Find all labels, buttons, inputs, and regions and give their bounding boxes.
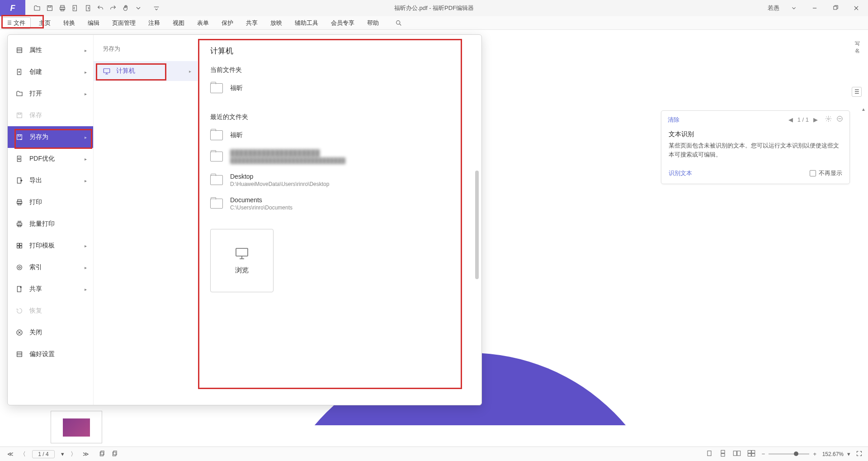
close-file-icon: [16, 329, 24, 336]
folder-item[interactable]: DesktopD:\HuaweiMoveData\Users\rinro\Des…: [210, 168, 469, 192]
menu-home[interactable]: 主页: [33, 16, 57, 29]
menu-page-manage[interactable]: 页面管理: [106, 16, 142, 29]
menu-vip[interactable]: 会员专享: [325, 16, 361, 29]
save-icon[interactable]: [43, 2, 56, 14]
view-single-icon[interactable]: [705, 449, 714, 459]
menu-share-file[interactable]: 共享▸: [8, 278, 93, 300]
index-icon: [16, 264, 24, 271]
maximize-button[interactable]: [826, 2, 844, 14]
page-dropdown-icon[interactable]: ▾: [59, 450, 66, 458]
save-disk-icon: [16, 112, 24, 119]
recognize-text-link[interactable]: 识别文本: [669, 169, 692, 177]
search-icon[interactable]: [389, 16, 409, 29]
folder-icon: [210, 83, 223, 93]
menu-present[interactable]: 放映: [264, 16, 288, 29]
window-title: 福昕办公.pdf - 福昕PDF编辑器: [394, 4, 474, 12]
print-icon[interactable]: [56, 2, 69, 14]
folder-item[interactable]: 福昕: [210, 79, 469, 98]
rotate-page-icon[interactable]: [110, 449, 120, 459]
page-prev-icon[interactable]: [69, 2, 81, 14]
last-page-icon[interactable]: ≫: [81, 450, 91, 458]
scroll-up-icon[interactable]: ▲: [861, 107, 866, 112]
folder-item[interactable]: 福昕: [210, 126, 469, 145]
folder-item[interactable]: ████████████████████████████████████████…: [210, 145, 469, 168]
chevron-right-icon: ▸: [85, 135, 87, 140]
menu-convert[interactable]: 转换: [57, 16, 81, 29]
chevron-down-icon[interactable]: [132, 2, 145, 14]
scrollbar-thumb[interactable]: [475, 171, 479, 279]
svg-rect-31: [17, 352, 22, 357]
menu-share[interactable]: 共享: [240, 16, 264, 29]
file-menu-button[interactable]: 文件: [2, 17, 31, 29]
view-facing-continuous-icon[interactable]: [746, 449, 756, 459]
menu-form[interactable]: 表单: [191, 16, 215, 29]
menu-batch-print[interactable]: 批量打印: [8, 213, 93, 235]
panel-toggle-icon[interactable]: ☰: [852, 87, 862, 97]
next-icon[interactable]: ▶: [812, 115, 819, 124]
recent-folders-label: 最近的文件夹: [210, 113, 469, 121]
file-menu-col2: 另存为 计算机 ▸: [94, 35, 198, 405]
page-next-icon[interactable]: [81, 2, 94, 14]
zoom-in-icon[interactable]: +: [812, 450, 817, 458]
first-page-icon[interactable]: ≪: [5, 450, 15, 458]
fullscreen-icon[interactable]: [856, 450, 863, 458]
clear-link[interactable]: 清除: [668, 116, 679, 124]
svg-rect-6: [86, 5, 90, 11]
browse-button[interactable]: 浏览: [210, 229, 274, 292]
dont-show-checkbox[interactable]: 不再显示: [810, 169, 842, 177]
zoom-dropdown-icon[interactable]: ▾: [846, 450, 851, 458]
menu-save-as[interactable]: 另存为▸: [8, 126, 93, 148]
hand-icon[interactable]: [119, 2, 132, 14]
saveas-computer[interactable]: 计算机 ▸: [94, 61, 198, 81]
zoom-slider-knob[interactable]: [794, 451, 798, 456]
menu-comment[interactable]: 注释: [142, 16, 166, 29]
menu-print-template[interactable]: 打印模板▸: [8, 235, 93, 257]
menu-close-file[interactable]: 关闭: [8, 322, 93, 343]
menu-export[interactable]: 导出▸: [8, 170, 93, 191]
copy-page-icon[interactable]: [97, 449, 107, 459]
minimize-button[interactable]: [806, 2, 824, 14]
menu-properties[interactable]: 属性▸: [8, 39, 93, 61]
close-button[interactable]: [847, 2, 865, 14]
main-scrollbar[interactable]: ▲: [861, 107, 866, 443]
page-input[interactable]: 1 / 4: [32, 450, 55, 458]
col3-header: 计算机: [210, 46, 469, 56]
prev-icon[interactable]: ◀: [788, 115, 794, 124]
view-continuous-icon[interactable]: [718, 449, 727, 459]
menu-index[interactable]: 索引▸: [8, 257, 93, 278]
next-page-icon[interactable]: 〉: [69, 449, 78, 459]
zoom-out-icon[interactable]: −: [761, 450, 766, 458]
menu-preferences[interactable]: 偏好设置: [8, 343, 93, 365]
preferences-icon: [16, 351, 24, 358]
menu-edit[interactable]: 编辑: [81, 16, 106, 29]
checkbox-icon: [810, 170, 816, 176]
template-icon: [16, 242, 24, 249]
view-facing-icon[interactable]: [732, 449, 742, 459]
svg-rect-42: [721, 454, 725, 456]
menu-view[interactable]: 视图: [166, 16, 191, 29]
minus-circle-icon[interactable]: [836, 115, 843, 124]
monitor-icon: [235, 247, 249, 260]
undo-icon[interactable]: [94, 2, 107, 14]
ocr-body: 文本识别 某些页面包含未被识别的文本。您可以运行文本识别以便使这些文本可搜索或可…: [661, 128, 849, 166]
redo-icon[interactable]: [107, 2, 119, 14]
menu-open[interactable]: 打开▸: [8, 83, 93, 105]
properties-icon: [16, 47, 24, 54]
menu-optimize[interactable]: PDF优化▸: [8, 148, 93, 170]
open-icon[interactable]: [31, 2, 43, 14]
customize-dropdown-icon[interactable]: [150, 2, 163, 14]
user-name[interactable]: 若愚: [765, 2, 782, 14]
menu-help[interactable]: 帮助: [361, 16, 385, 29]
file-menu-col1: 属性▸ 创建▸ 打开▸ 保存 另存为▸ PDF优化▸ 导出▸ 打印 批量打印 打…: [8, 35, 94, 405]
user-dropdown-icon[interactable]: [785, 2, 803, 14]
prev-page-icon[interactable]: 〈: [18, 449, 28, 459]
thumbnail[interactable]: [51, 411, 102, 443]
folder-item[interactable]: DocumentsC:\Users\rinro\Documents: [210, 192, 469, 215]
menu-create[interactable]: 创建▸: [8, 61, 93, 83]
menu-accessibility[interactable]: 辅助工具: [288, 16, 325, 29]
gear-icon[interactable]: [825, 115, 832, 124]
menu-print[interactable]: 打印: [8, 191, 93, 213]
zoom-slider[interactable]: [769, 453, 809, 455]
menu-protect[interactable]: 保护: [215, 16, 240, 29]
svg-rect-1: [48, 6, 51, 7]
